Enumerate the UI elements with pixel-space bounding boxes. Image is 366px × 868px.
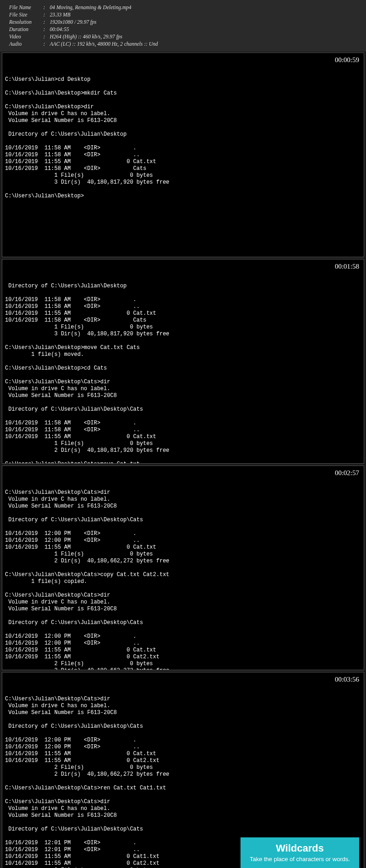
meta-video-label: Video: [9, 33, 43, 40]
meta-audio-value: AAC (LC) :: 192 kb/s, 48000 Hz, 2 channe…: [50, 40, 158, 48]
wildcards-annotation: Wildcards Take the place of characters o…: [241, 837, 359, 868]
terminal-frame-2: 00:01:58 Directory of C:\Users\Julian\De…: [2, 259, 364, 464]
meta-duration-value: 00:04:55: [50, 26, 69, 33]
annotation-subtitle: Take the place of characters or words.: [249, 856, 351, 863]
meta-video-value: H264 (High) :: 460 kb/s, 29.97 fps: [50, 33, 122, 40]
meta-file-size-value: 23.33 MB: [50, 11, 70, 18]
frame-1-timestamp: 00:00:59: [335, 56, 359, 64]
terminal-output-3: C:\Users\Julian\Desktop\Cats>dir Volume …: [5, 489, 361, 670]
meta-duration-label: Duration: [9, 26, 43, 33]
terminal-frame-1: 00:00:59 C:\Users\Julian>cd Desktop C:\U…: [2, 53, 364, 257]
frame-2-timestamp: 00:01:58: [335, 262, 359, 271]
meta-resolution-value: 1920x1080 / 29.97 fps: [50, 18, 96, 26]
meta-file-size-label: File Size: [9, 11, 43, 18]
frame-3-timestamp: 00:02:57: [335, 469, 359, 477]
terminal-frame-4: 00:03:56 C:\Users\Julian\Desktop\Cats>di…: [2, 672, 364, 868]
meta-audio-label: Audio: [9, 40, 43, 48]
terminal-output-1: C:\Users\Julian>cd Desktop C:\Users\Juli…: [5, 76, 361, 200]
terminal-frame-3: 00:02:57 C:\Users\Julian\Desktop\Cats>di…: [2, 466, 364, 670]
meta-file-name-value: 04 Moving, Renaming & Deleting.mp4: [50, 4, 131, 11]
annotation-title: Wildcards: [249, 842, 351, 855]
terminal-output-2: Directory of C:\Users\Julian\Desktop 10/…: [5, 283, 361, 464]
meta-resolution-label: Resolution: [9, 18, 43, 26]
frame-4-timestamp: 00:03:56: [335, 675, 359, 684]
video-metadata: File Name : 04 Moving, Renaming & Deleti…: [0, 0, 366, 52]
meta-file-name-label: File Name: [9, 4, 43, 11]
